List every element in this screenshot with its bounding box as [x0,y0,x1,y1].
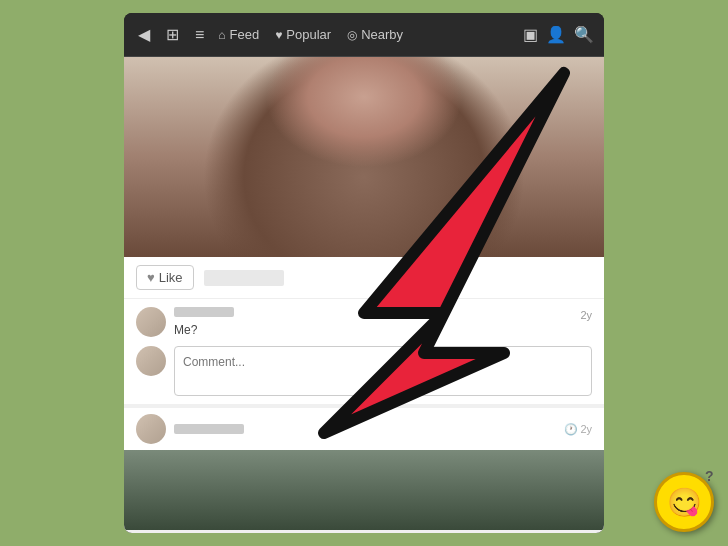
nav-bar: ◀ ⊞ ≡ ⌂ Feed ♥ Popular ◎ Nearby ▣ [124,13,604,57]
nearby-label: Nearby [361,27,403,42]
post2-username-bar [174,424,244,434]
post-card-2: 🕐 2y [124,408,604,530]
username-blurred [204,270,284,286]
post2-time: 🕐 2y [564,423,592,436]
commenter-username-bar [174,307,234,317]
comment-text: Me? [174,323,197,337]
phone-frame: ◀ ⊞ ≡ ⌂ Feed ♥ Popular ◎ Nearby ▣ [124,13,604,533]
post-image [124,57,604,257]
back-icon[interactable]: ◀ [134,21,154,48]
post2-avatar [136,414,166,444]
photo-person [124,57,604,257]
post-card-1: ♥ Like Me? 2y [124,57,604,404]
nav-center: ⌂ Feed ♥ Popular ◎ Nearby [218,27,403,42]
feed-icon: ⌂ [218,28,225,42]
current-user-avatar [136,346,166,376]
user-icon[interactable]: 👤 [546,25,566,44]
comment-input-row [136,346,592,396]
menu-icon[interactable]: ≡ [191,22,208,48]
feed-label: Feed [230,27,260,42]
nav-feed[interactable]: ⌂ Feed [218,27,259,42]
popular-icon: ♥ [275,28,282,42]
clock-icon: 🕐 [564,423,578,436]
emoji-inner: 😋 ? [667,486,702,519]
comment-row: Me? 2y [136,307,592,338]
comment-content: Me? [174,307,572,338]
like-button[interactable]: ♥ Like [136,265,194,290]
content-area: ♥ Like Me? 2y [124,57,604,533]
emoji-face: 😋 [667,486,702,519]
like-label: Like [159,270,183,285]
nearby-icon: ◎ [347,28,357,42]
nav-nearby[interactable]: ◎ Nearby [347,27,403,42]
comment-input[interactable] [174,346,592,396]
nav-popular[interactable]: ♥ Popular [275,27,331,42]
nav-left: ◀ ⊞ ≡ [134,21,208,48]
popular-label: Popular [286,27,331,42]
search-box-icon[interactable]: ▣ [523,25,538,44]
post-2-header: 🕐 2y [124,408,604,450]
heart-icon: ♥ [147,270,155,285]
emoji-badge: 😋 ? [654,472,714,532]
commenter-avatar [136,307,166,337]
post2-image [124,450,604,530]
magnify-icon[interactable]: 🔍 [574,25,594,44]
nav-right: ▣ 👤 🔍 [523,25,594,44]
post-actions: ♥ Like [124,257,604,299]
grid-icon[interactable]: ⊞ [162,21,183,48]
question-mark: ? [705,468,714,484]
comment-section: Me? 2y [124,299,604,404]
comment-time: 2y [580,307,592,321]
